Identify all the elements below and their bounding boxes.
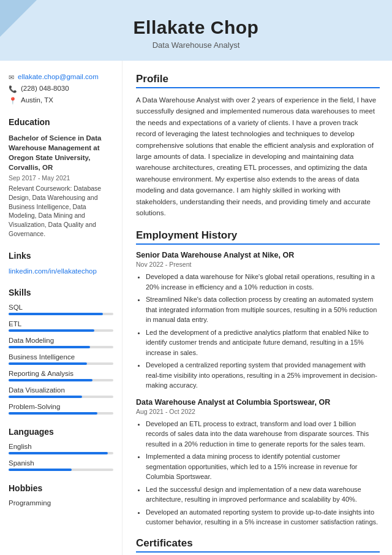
- skill-item: Data Modeling: [9, 337, 113, 348]
- lang-bar-fill: [9, 469, 72, 471]
- jobs-list: Senior Data Warehouse Analyst at Nike, O…: [136, 251, 380, 527]
- linkedin-link[interactable]: linkedin.com/in/ellakatechop: [9, 267, 97, 275]
- email-link[interactable]: ellakate.chop@gmail.com: [18, 73, 99, 80]
- job-bullets: Developed a data warehouse for Nike's gl…: [136, 272, 380, 391]
- links-section: Links linkedin.com/in/ellakatechop: [9, 251, 113, 275]
- language-label: English: [9, 443, 113, 450]
- job-date: Aug 2021 - Oct 2022: [136, 408, 380, 415]
- skill-label: Reporting & Analysis: [9, 370, 113, 377]
- skill-bar-bg: [9, 329, 113, 332]
- skill-item: Data Visualization: [9, 386, 113, 398]
- email-contact: ✉ ellakate.chop@gmail.com: [9, 73, 113, 82]
- skill-label: ETL: [9, 320, 113, 327]
- skills-title: Skills: [9, 288, 113, 299]
- job-title: Data Warehouse Analyst at Columbia Sport…: [136, 398, 380, 407]
- body-layout: ✉ ellakate.chop@gmail.com 📞 (228) 048-80…: [0, 61, 392, 555]
- skill-bar-fill: [9, 362, 87, 365]
- candidate-name: Ellakate Chop: [12, 17, 380, 38]
- skill-label: SQL: [9, 304, 113, 311]
- skills-section: Skills SQL ETL Data Modeling Business In…: [9, 288, 113, 415]
- location-contact: 📍 Austin, TX: [9, 96, 113, 105]
- employment-section-title: Employment History: [136, 229, 380, 245]
- location-icon: 📍: [9, 97, 17, 105]
- skill-label: Data Modeling: [9, 337, 113, 344]
- main-content: Profile A Data Warehouse Analyst with ov…: [123, 61, 392, 555]
- profile-text: A Data Warehouse Analyst with over 2 yea…: [136, 94, 380, 218]
- hobbies-title: Hobbies: [9, 483, 113, 494]
- employment-section: Employment History Senior Data Warehouse…: [136, 229, 380, 527]
- education-degree: Bachelor of Science in Data Warehouse Ma…: [9, 133, 113, 172]
- phone-contact: 📞 (228) 048-8030: [9, 85, 113, 93]
- bullet-item: Developed an ETL process to extract, tra…: [146, 419, 380, 450]
- skills-list: SQL ETL Data Modeling Business Intellige…: [9, 304, 113, 415]
- languages-section: Languages English Spanish: [9, 427, 113, 471]
- skill-bar-bg: [9, 379, 113, 381]
- contact-section: ✉ ellakate.chop@gmail.com 📞 (228) 048-80…: [9, 73, 113, 105]
- profile-section: Profile A Data Warehouse Analyst with ov…: [136, 73, 380, 218]
- lang-bar-bg: [9, 452, 113, 454]
- bullet-item: Developed a data warehouse for Nike's gl…: [146, 272, 380, 292]
- bullet-item: Implemented a data mining process to ide…: [146, 451, 380, 482]
- skill-bar-bg: [9, 362, 113, 365]
- skill-bar-fill: [9, 412, 97, 415]
- bullet-item: Developed an automated reporting system …: [146, 507, 380, 527]
- phone-value: (228) 048-8030: [21, 85, 69, 92]
- job-entry: Data Warehouse Analyst at Columbia Sport…: [136, 398, 380, 527]
- links-title: Links: [9, 251, 113, 262]
- skill-bar-bg: [9, 313, 113, 315]
- skill-label: Data Visualization: [9, 386, 113, 394]
- coursework-text: Database Design, Data Warehousing and Bu…: [9, 185, 101, 237]
- skill-bar-bg: [9, 396, 113, 398]
- education-section: Education Bachelor of Science in Data Wa…: [9, 117, 113, 239]
- skill-bar-bg: [9, 412, 113, 415]
- location-value: Austin, TX: [21, 96, 53, 104]
- language-label: Spanish: [9, 459, 113, 467]
- skill-item: SQL: [9, 304, 113, 315]
- skill-label: Business Intelligence: [9, 353, 113, 361]
- skill-item: ETL: [9, 320, 113, 332]
- header: Ellakate Chop Data Warehouse Analyst: [0, 0, 392, 61]
- language-item: Spanish: [9, 459, 113, 471]
- lang-bar-bg: [9, 469, 113, 471]
- profile-section-title: Profile: [136, 73, 380, 88]
- education-coursework: Relevant Coursework: Database Design, Da…: [9, 184, 113, 238]
- email-icon: ✉: [9, 74, 14, 82]
- bullet-item: Streamlined Nike's data collection proce…: [146, 294, 380, 325]
- skill-bar-fill: [9, 346, 90, 348]
- languages-list: English Spanish: [9, 443, 113, 471]
- language-item: English: [9, 443, 113, 454]
- hobbies-section: Hobbies Programming: [9, 483, 113, 507]
- hobbies-programming: Programming: [9, 499, 113, 507]
- certificates-section-title: Certificates: [136, 537, 380, 553]
- bullet-item: Developed a centralized reporting system…: [146, 360, 380, 391]
- bullet-item: Led the successful design and implementa…: [146, 484, 380, 505]
- certificates-section: Certificates Certified Data Warehouse Ma…: [136, 537, 380, 555]
- job-date: Nov 2022 - Present: [136, 261, 380, 268]
- job-entry: Senior Data Warehouse Analyst at Nike, O…: [136, 251, 380, 391]
- skill-bar-fill: [9, 396, 82, 398]
- education-dates: Sep 2017 - May 2021: [9, 174, 113, 182]
- languages-title: Languages: [9, 427, 113, 438]
- job-title: Senior Data Warehouse Analyst at Nike, O…: [136, 251, 380, 259]
- skill-item: Reporting & Analysis: [9, 370, 113, 381]
- skill-label: Problem-Solving: [9, 403, 113, 410]
- bullet-item: Led the development of a predictive anal…: [146, 327, 380, 358]
- job-bullets: Developed an ETL process to extract, tra…: [136, 419, 380, 527]
- skill-bar-fill: [9, 313, 103, 315]
- skill-bar-fill: [9, 329, 94, 332]
- lang-bar-fill: [9, 452, 108, 454]
- sidebar: ✉ ellakate.chop@gmail.com 📞 (228) 048-80…: [0, 61, 123, 555]
- skill-item: Business Intelligence: [9, 353, 113, 365]
- coursework-label: Relevant Coursework:: [9, 185, 72, 192]
- skill-bar-fill: [9, 379, 92, 381]
- candidate-title: Data Warehouse Analyst: [12, 40, 380, 50]
- education-title: Education: [9, 117, 113, 128]
- phone-icon: 📞: [9, 85, 17, 93]
- skill-bar-bg: [9, 346, 113, 348]
- skill-item: Problem-Solving: [9, 403, 113, 415]
